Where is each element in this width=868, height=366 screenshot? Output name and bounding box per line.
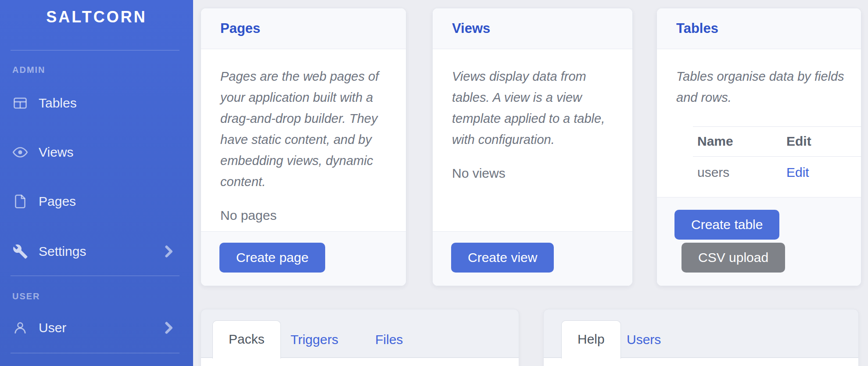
sidebar-divider <box>11 50 179 50</box>
sidebar-item-label: Pages <box>39 194 76 209</box>
sidebar-item-settings[interactable]: Settings <box>0 239 193 264</box>
views-card-body: Views display data from tables. A view i… <box>433 49 632 181</box>
tables-card-title: Tables <box>676 21 718 36</box>
sidebar-divider <box>11 276 179 276</box>
tab-strip: Packs Triggers Files <box>201 309 519 358</box>
pages-empty-state: No pages <box>220 208 387 223</box>
views-card: Views Views display data from tables. A … <box>432 8 633 286</box>
table-name-cell: users <box>693 157 782 189</box>
pages-card-footer: Create page <box>201 231 406 286</box>
views-card-header: Views <box>433 8 632 49</box>
page-icon <box>12 194 28 209</box>
wrench-icon <box>12 244 28 259</box>
views-description: Views display data from tables. A view i… <box>452 66 613 150</box>
tab-users[interactable]: Users <box>627 320 661 359</box>
chevron-right-icon <box>161 244 176 259</box>
pages-card-title: Pages <box>220 21 260 36</box>
sidebar-item-label: Settings <box>39 244 86 259</box>
sidebar-section-admin: ADMIN <box>12 65 46 75</box>
table-icon <box>12 95 28 111</box>
tables-card-footer: Create table CSV upload <box>657 197 861 286</box>
pages-card-header: Pages <box>201 8 406 49</box>
tab-strip: Help Users <box>544 309 858 358</box>
tab-panel-body <box>201 358 519 366</box>
tables-card-body: Tables organise data by fields and rows.… <box>657 49 861 188</box>
tab-panel-body <box>544 358 858 366</box>
tables-list: Name Edit users Edit <box>693 126 861 188</box>
sidebar-item-pages[interactable]: Pages <box>0 189 193 214</box>
create-view-button[interactable]: Create view <box>451 243 554 273</box>
sidebar-item-views[interactable]: Views <box>0 140 193 165</box>
saltcorn-dashboard: SALTCORN ADMIN Tables Views <box>0 0 868 366</box>
tab-packs[interactable]: Packs <box>212 320 281 359</box>
views-card-footer: Create view <box>433 231 632 286</box>
pages-description: Pages are the web pages of your applicat… <box>220 66 387 192</box>
tables-card: Tables Tables organise data by fields an… <box>656 8 861 286</box>
sidebar-item-user[interactable]: User <box>0 315 193 341</box>
sidebar-item-label: Tables <box>39 96 77 111</box>
sidebar-divider <box>11 353 179 353</box>
create-page-button[interactable]: Create page <box>219 243 325 273</box>
create-table-button[interactable]: Create table <box>674 210 779 240</box>
eye-icon <box>12 144 28 160</box>
sidebar-item-label: Views <box>39 145 73 160</box>
packs-triggers-files-panel: Packs Triggers Files <box>201 309 519 366</box>
sidebar-item-tables[interactable]: Tables <box>0 90 193 116</box>
pages-card-body: Pages are the web pages of your applicat… <box>201 49 406 223</box>
pages-card: Pages Pages are the web pages of your ap… <box>201 8 406 286</box>
sidebar-item-label: User <box>39 320 66 335</box>
chevron-right-icon <box>161 320 176 336</box>
views-empty-state: No views <box>452 166 613 181</box>
tables-description: Tables organise data by fields and rows. <box>676 66 861 108</box>
table-row: users Edit <box>693 157 861 189</box>
column-header-name: Name <box>693 127 782 157</box>
csv-upload-button[interactable]: CSV upload <box>681 243 785 273</box>
tables-card-header: Tables <box>657 8 861 49</box>
column-header-edit: Edit <box>782 127 861 157</box>
edit-table-link[interactable]: Edit <box>786 165 809 179</box>
sidebar-section-user: USER <box>12 291 40 301</box>
tables-list-header-row: Name Edit <box>693 127 861 157</box>
views-card-title: Views <box>452 21 490 36</box>
tab-triggers[interactable]: Triggers <box>291 320 338 359</box>
tab-files[interactable]: Files <box>375 320 403 359</box>
help-users-panel: Help Users <box>543 309 859 366</box>
app-logo[interactable]: SALTCORN <box>0 8 193 26</box>
sidebar: SALTCORN ADMIN Tables Views <box>0 0 193 366</box>
tab-help[interactable]: Help <box>561 320 621 359</box>
user-icon <box>12 320 28 336</box>
